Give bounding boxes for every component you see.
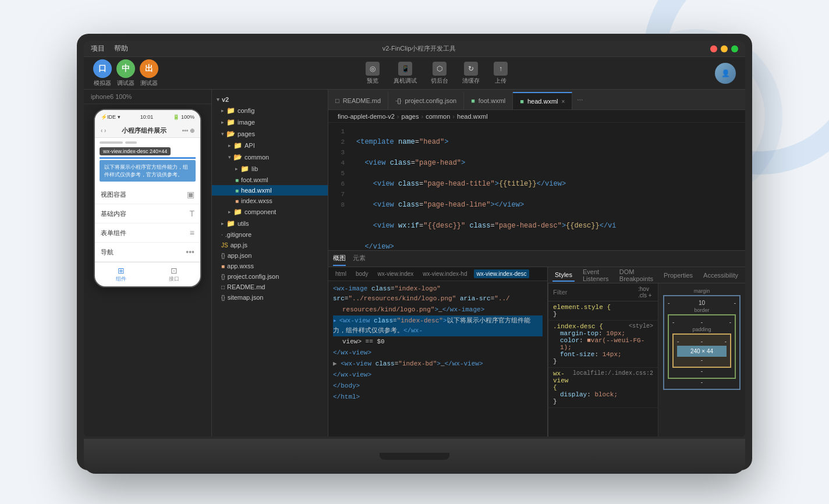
hit-wx-view-index-hd[interactable]: wx-view.index-hd: [420, 269, 469, 278]
list-item-2[interactable]: 表单组件 ≡: [95, 223, 200, 243]
bm-border-bottom: -: [672, 368, 731, 374]
ln-3: 3: [328, 147, 345, 158]
tab-bar: □ README.md ·{} project.config.json ■ fo…: [328, 90, 745, 110]
tab-overview[interactable]: 概图: [333, 251, 346, 266]
tree-sitemap[interactable]: {} sitemap.json: [212, 292, 328, 303]
upload-action[interactable]: ↑ 上传: [494, 62, 508, 85]
tree-api[interactable]: ▸ 📁 API: [212, 140, 328, 151]
styles-tab-accessibility[interactable]: Accessibility: [701, 269, 741, 281]
html-line-6[interactable]: </body>: [333, 381, 543, 392]
tree-gitignore[interactable]: · .gitignore: [212, 229, 328, 240]
rule-source-1[interactable]: <style>: [629, 323, 653, 330]
html-line-1[interactable]: <wx-image class="index-logo" src="../res…: [333, 283, 543, 304]
list-item-1[interactable]: 基础内容 T: [95, 204, 200, 223]
phone-status-bar: ⚡IDE ▾ 10:01 🔋 100%: [95, 110, 200, 124]
real-device-action[interactable]: 📱 真机调试: [394, 62, 417, 85]
tab-foot-wxml[interactable]: ■ foot.wxml: [464, 92, 513, 109]
bc-sep-1: ›: [397, 113, 399, 120]
foot-wxml-tab-icon: ■: [471, 97, 475, 104]
debug-button[interactable]: 中 调试器: [116, 59, 135, 87]
tree-foot-wxml[interactable]: ■ foot.wxml: [212, 175, 328, 185]
tab-elements[interactable]: 元素: [353, 251, 366, 266]
filter-hover[interactable]: :hov .cls +: [638, 286, 653, 299]
gitignore-icon: ·: [221, 232, 223, 238]
list-item-3[interactable]: 导航 •••: [95, 243, 200, 262]
user-avatar[interactable]: 👤: [715, 63, 736, 84]
lib-label: lib: [251, 165, 258, 172]
phone-battery: 🔋 100%: [173, 114, 194, 120]
styles-tab-dom[interactable]: DOM Breakpoints: [617, 267, 656, 285]
tree-lib[interactable]: ▸ 📁 lib: [212, 163, 328, 175]
val-display: block;: [594, 391, 618, 398]
hit-body[interactable]: body: [353, 269, 371, 278]
common-folder-icon: 📂: [233, 153, 242, 161]
menu-item-project[interactable]: 项目: [91, 44, 105, 54]
tab-head-wxml[interactable]: ■ head.wxml ×: [513, 92, 572, 109]
phone-time: 10:01: [140, 114, 154, 120]
hit-html[interactable]: html: [333, 269, 349, 278]
html-line-5[interactable]: </wx-view>: [333, 370, 543, 381]
tree-image[interactable]: ▸ 📁 image: [212, 116, 328, 128]
bc-file: head.wxml: [457, 113, 488, 120]
ln-2: 2: [328, 137, 345, 147]
image-arrow: ▸: [221, 119, 224, 125]
preview-action[interactable]: ◎ 预览: [366, 62, 380, 85]
close-button[interactable]: [710, 45, 717, 52]
tree-config[interactable]: ▸ 📁 config: [212, 105, 328, 116]
ln-6: 6: [328, 179, 345, 189]
rule-closing-0: }: [553, 311, 557, 318]
tree-pages[interactable]: ▾ 📂 pages: [212, 128, 328, 140]
styles-filter-input[interactable]: [553, 289, 633, 296]
styles-tab-event[interactable]: Event Listeners: [580, 267, 611, 285]
tree-app-wxss[interactable]: ■ app.wxss: [212, 261, 328, 271]
prop-margin-top: margin-top: [560, 330, 598, 337]
bc-common: common: [426, 113, 450, 120]
bm-padding-bottom: -: [677, 357, 727, 363]
tree-readme[interactable]: □ README.md: [212, 282, 328, 292]
html-line-7[interactable]: </html>: [333, 392, 543, 403]
toolbar-mode-buttons: 口 模拟器 中 调试器 出 测试器: [93, 59, 158, 87]
phone-menu-icon[interactable]: ••• ⊕: [182, 127, 194, 134]
tree-index-wxss[interactable]: ■ index.wxss: [212, 196, 328, 206]
hit-wx-view-index[interactable]: wx-view.index: [375, 269, 416, 278]
nav-component[interactable]: ⊞ 组件: [95, 262, 148, 286]
menu-item-help[interactable]: 帮助: [114, 44, 128, 54]
test-button[interactable]: 出 测试器: [140, 59, 158, 87]
clear-cache-action[interactable]: ↻ 清缓存: [462, 62, 480, 85]
tree-component[interactable]: ▸ 📁 component: [212, 206, 328, 218]
prop-display: display: [560, 391, 587, 398]
styles-tab-properties[interactable]: Properties: [661, 269, 695, 281]
code-content[interactable]: <template name="head"> <view class="page…: [349, 123, 745, 250]
hit-wx-view-index-desc[interactable]: wx-view.index-desc: [474, 269, 529, 278]
tab-project-config[interactable]: ·{} project.config.json: [388, 92, 464, 109]
bm-margin-left: -: [668, 300, 669, 306]
head-wxml-tab-close[interactable]: ×: [562, 98, 565, 105]
cut-backend-action[interactable]: ⬡ 切后台: [431, 62, 448, 85]
minimize-button[interactable]: [721, 45, 728, 52]
maximize-button[interactable]: [731, 45, 738, 52]
styles-content-area: :hov .cls + element.style { }: [548, 283, 658, 436]
rule-closing-1: }: [553, 358, 557, 365]
bm-border-val: -: [701, 319, 703, 325]
tree-head-wxml[interactable]: ■ head.wxml: [212, 185, 328, 196]
bm-content: 240 × 44: [677, 346, 727, 357]
tree-utils[interactable]: ▸ 📁 utils: [212, 218, 328, 229]
tree-app-js[interactable]: JS app.js: [212, 240, 328, 250]
tree-app-json[interactable]: {} app.json: [212, 250, 328, 261]
html-line-3[interactable]: </wx-view>: [333, 347, 543, 359]
styles-tab-styles[interactable]: Styles: [552, 269, 575, 282]
rule-source-2[interactable]: localfile:/.index.css:2: [573, 370, 653, 391]
tree-project-config[interactable]: {} project.config.json: [212, 271, 328, 282]
val-font-size: 14px;: [603, 351, 622, 358]
tab-more-button[interactable]: ···: [572, 95, 587, 104]
tree-common[interactable]: ▾ 📂 common: [212, 151, 328, 163]
list-item-0[interactable]: 视图容器 ▣: [95, 185, 200, 204]
nav-interface[interactable]: ⊡ 接口: [148, 262, 201, 286]
simulate-button[interactable]: 口 模拟器: [93, 59, 112, 87]
file-tree-root[interactable]: ▾ v2: [212, 94, 328, 105]
html-line-2[interactable]: ▸<wx-view class="index-desc">以下将展示小程序官方组…: [333, 315, 543, 336]
project-config-icon: {}: [221, 274, 225, 280]
tab-readme[interactable]: □ README.md: [328, 92, 388, 109]
html-line-4[interactable]: ▶ <wx-view class="index-bd">_</wx-view>: [333, 359, 543, 370]
bc-root: fino-applet-demo-v2: [338, 113, 395, 120]
